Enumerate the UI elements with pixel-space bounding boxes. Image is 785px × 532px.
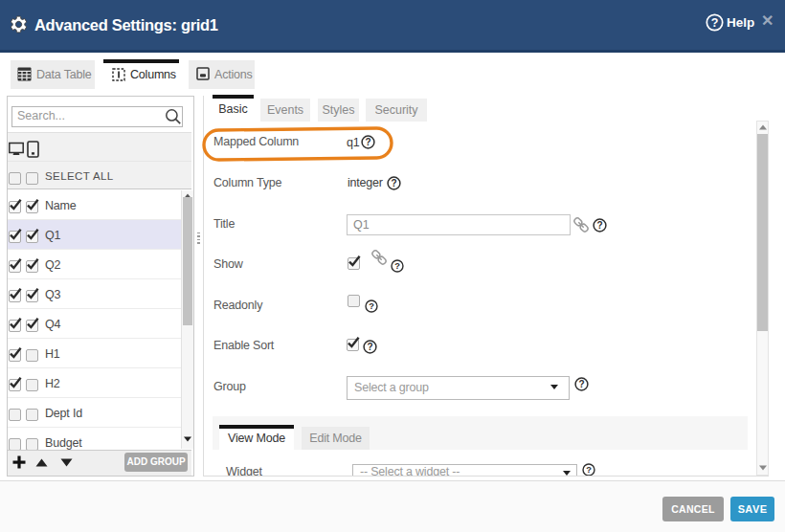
svg-text:?: ? — [367, 342, 372, 352]
svg-text:?: ? — [711, 16, 719, 30]
svg-text:?: ? — [596, 220, 602, 231]
svg-text:?: ? — [586, 465, 592, 475]
svg-text:?: ? — [394, 261, 400, 271]
svg-text:?: ? — [391, 178, 396, 188]
svg-text:?: ? — [578, 379, 584, 389]
svg-text:?: ? — [369, 301, 374, 311]
